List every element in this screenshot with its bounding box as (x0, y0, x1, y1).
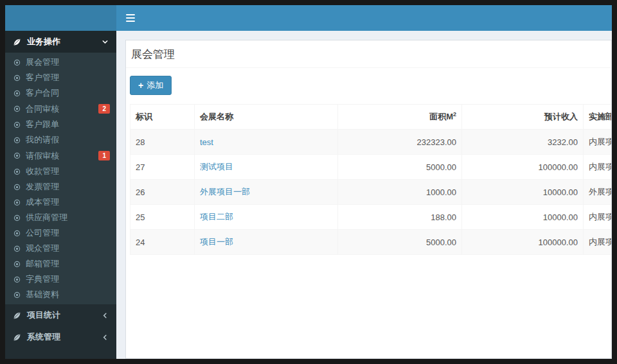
sidebar-item-dictionary-mgmt[interactable]: 字典管理 (5, 272, 116, 287)
dot-circle-icon (13, 105, 21, 112)
sidebar-section-label: 业务操作 (27, 36, 60, 48)
dot-circle-icon (13, 199, 21, 206)
add-button-label: 添加 (147, 80, 163, 91)
exhibition-link[interactable]: 项目一部 (200, 237, 233, 247)
cell-id: 27 (130, 155, 195, 180)
table-row: 26 外展项目一部 1000.00 10000.00 外展项目 (130, 180, 613, 205)
bars-icon (126, 14, 135, 22)
navbar (116, 5, 612, 31)
sidebar-section-label: 项目统计 (27, 309, 60, 321)
column-header-id: 标识 (130, 105, 195, 130)
dot-circle-icon (13, 152, 21, 159)
leaf-icon (13, 311, 21, 320)
column-header-area: 面积M2 (338, 105, 462, 130)
cell-name: test (195, 130, 338, 155)
sidebar-item-customer-followup[interactable]: 客户跟单 (5, 117, 116, 132)
sidebar-item-mailbox-mgmt[interactable]: 邮箱管理 (5, 256, 116, 272)
cell-name: 测试项目 (195, 155, 338, 180)
status-badge: 1 (98, 151, 110, 160)
leaf-icon (13, 38, 21, 46)
exhibition-box: 展会管理 + 添加 标识 会展名称 面积M2 (125, 40, 612, 359)
cell-id: 25 (130, 205, 195, 230)
column-header-revenue: 预计收入 (462, 105, 584, 130)
cell-area: 232323.00 (338, 130, 462, 155)
sidebar: 业务操作 展会管理 客户管理 客户合同 合同审核 2 (5, 31, 116, 359)
sidebar-section-business-ops[interactable]: 业务操作 (5, 31, 116, 53)
sidebar-item-leave-review[interactable]: 请假审核 1 (5, 148, 116, 164)
sidebar-item-payment-mgmt[interactable]: 收款管理 (5, 164, 116, 179)
cell-name: 项目二部 (195, 205, 338, 230)
dot-circle-icon (13, 245, 21, 252)
table-row: 24 项目一部 5000.00 100000.00 内展项目 (130, 230, 613, 255)
sidebar-item-exhibition-mgmt[interactable]: 展会管理 (5, 55, 116, 70)
sidebar-section-label: 系统管理 (27, 331, 60, 343)
content-area: 展会管理 + 添加 标识 会展名称 面积M2 (116, 31, 612, 359)
sidebar-item-cost-mgmt[interactable]: 成本管理 (5, 195, 116, 210)
column-header-name: 会展名称 (195, 105, 338, 130)
leaf-icon (13, 333, 21, 342)
chevron-left-icon (102, 334, 109, 341)
table-row: 28 test 232323.00 3232.00 内展项目 (130, 130, 613, 155)
dot-circle-icon (13, 90, 21, 97)
dot-circle-icon (13, 74, 21, 82)
dot-circle-icon (13, 276, 21, 283)
logo-area (5, 5, 116, 31)
cell-dept: 内展项目 (584, 130, 613, 155)
cell-area: 1000.00 (338, 180, 462, 205)
cell-name: 项目一部 (195, 230, 338, 255)
plus-icon: + (138, 82, 143, 90)
table-header-row: 标识 会展名称 面积M2 预计收入 实施部门 (130, 105, 613, 130)
cell-revenue: 10000.00 (462, 180, 584, 205)
dot-circle-icon (13, 261, 21, 268)
cell-name: 外展项目一部 (195, 180, 338, 205)
sidebar-item-contract-review[interactable]: 合同审核 2 (5, 101, 116, 117)
sidebar-toggle-button[interactable] (116, 5, 145, 31)
exhibition-table: 标识 会展名称 面积M2 预计收入 实施部门 28 test 232323.00 (130, 104, 612, 255)
sidebar-submenu: 展会管理 客户管理 客户合同 合同审核 2 客户跟单 我的请假 (5, 53, 116, 304)
dot-circle-icon (13, 137, 21, 144)
table-row: 25 项目二部 188.00 10000.00 内展项目 (130, 205, 613, 230)
sidebar-item-invoice-mgmt[interactable]: 发票管理 (5, 179, 116, 195)
dot-circle-icon (13, 184, 21, 191)
chevron-down-icon (102, 39, 109, 46)
sidebar-item-basic-data[interactable]: 基础资料 (5, 287, 116, 302)
sidebar-section-system-mgmt[interactable]: 系统管理 (5, 326, 116, 348)
column-header-dept: 实施部门 (584, 105, 613, 130)
table-row: 27 测试项目 5000.00 100000.00 内展项目 (130, 155, 613, 180)
sidebar-item-my-leave[interactable]: 我的请假 (5, 132, 116, 148)
page-title: 展会管理 (131, 48, 175, 60)
sidebar-section-project-stats[interactable]: 项目统计 (5, 304, 116, 326)
dot-circle-icon (13, 230, 21, 237)
cell-revenue: 100000.00 (462, 230, 584, 255)
sidebar-item-customer-mgmt[interactable]: 客户管理 (5, 70, 116, 85)
cell-id: 24 (130, 230, 195, 255)
cell-dept: 外展项目 (584, 180, 613, 205)
cell-id: 26 (130, 180, 195, 205)
cell-dept: 内展项目 (584, 205, 613, 230)
cell-revenue: 100000.00 (462, 155, 584, 180)
exhibition-link[interactable]: test (200, 137, 213, 147)
sidebar-item-company-mgmt[interactable]: 公司管理 (5, 225, 116, 241)
dot-circle-icon (13, 121, 21, 128)
app-frame: 业务操作 展会管理 客户管理 客户合同 合同审核 2 (5, 5, 612, 359)
cell-area: 188.00 (338, 205, 462, 230)
dot-circle-icon (13, 59, 21, 66)
cell-area: 5000.00 (338, 155, 462, 180)
cell-revenue: 10000.00 (462, 205, 584, 230)
sidebar-item-customer-contract[interactable]: 客户合同 (5, 85, 116, 101)
cell-id: 28 (130, 130, 195, 155)
dot-circle-icon (13, 291, 21, 299)
box-header: 展会管理 (126, 40, 611, 68)
cell-dept: 内展项目 (584, 230, 613, 255)
sidebar-item-supplier-mgmt[interactable]: 供应商管理 (5, 210, 116, 225)
cell-revenue: 3232.00 (462, 130, 584, 155)
sidebar-item-audience-mgmt[interactable]: 观众管理 (5, 241, 116, 256)
dot-circle-icon (13, 214, 21, 221)
dot-circle-icon (13, 168, 21, 175)
exhibition-link[interactable]: 项目二部 (200, 212, 233, 221)
add-button[interactable]: + 添加 (130, 76, 172, 95)
exhibition-link[interactable]: 外展项目一部 (200, 187, 250, 196)
box-body: + 添加 标识 会展名称 面积M2 预计收入 实施部门 (126, 68, 611, 260)
exhibition-link[interactable]: 测试项目 (200, 162, 233, 171)
chevron-left-icon (102, 312, 109, 319)
